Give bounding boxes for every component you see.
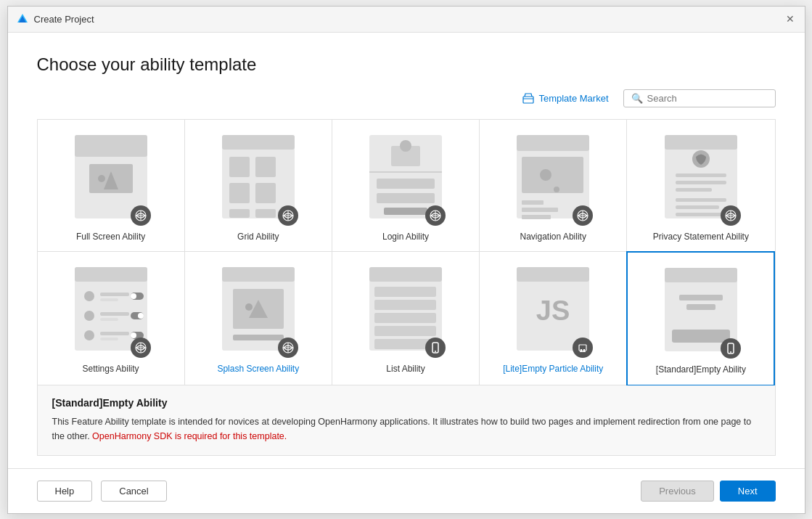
template-name-settings: Settings Ability bbox=[83, 364, 139, 375]
help-button[interactable]: Help bbox=[37, 481, 93, 502]
template-thumb-lite-empty-particle: JS bbox=[513, 263, 593, 358]
svg-point-34 bbox=[540, 169, 551, 181]
template-name-splash: Splash Screen Ability bbox=[217, 364, 299, 375]
template-market-label: Template Market bbox=[538, 93, 608, 104]
svg-rect-0 bbox=[523, 97, 533, 103]
template-thumb-splash bbox=[218, 263, 298, 358]
template-thumb-settings bbox=[71, 263, 151, 358]
footer-right-buttons: Previous Next bbox=[641, 481, 775, 502]
svg-point-56 bbox=[84, 291, 94, 301]
template-badge-navigation bbox=[573, 205, 593, 226]
svg-point-61 bbox=[84, 311, 94, 321]
svg-rect-68 bbox=[100, 338, 118, 340]
titlebar-left: Create Project bbox=[17, 13, 94, 25]
svg-rect-17 bbox=[255, 209, 276, 218]
svg-rect-101 bbox=[679, 295, 723, 301]
main-window: Create Project ✕ Choose your ability tem… bbox=[7, 6, 805, 514]
template-thumb-full-screen bbox=[71, 131, 151, 226]
page-title: Choose your ability template bbox=[37, 54, 776, 75]
template-thumb-navigation bbox=[513, 131, 593, 226]
svg-point-65 bbox=[138, 313, 144, 319]
template-market-button[interactable]: Template Market bbox=[522, 92, 608, 104]
template-name-full-screen: Full Screen Ability bbox=[76, 232, 145, 243]
desc-text-red: OpenHarmony SDK is required for this tem… bbox=[92, 431, 287, 441]
svg-rect-95 bbox=[579, 345, 586, 351]
template-name-navigation: Navigation Ability bbox=[520, 232, 586, 243]
svg-point-105 bbox=[730, 351, 731, 353]
next-button[interactable]: Next bbox=[720, 481, 776, 502]
svg-point-23 bbox=[400, 140, 411, 152]
template-badge-standard-empty bbox=[721, 338, 741, 359]
template-name-login: Login Ability bbox=[382, 232, 429, 243]
svg-rect-43 bbox=[665, 135, 737, 150]
footer: Help Cancel Previous Next bbox=[8, 468, 805, 513]
svg-rect-16 bbox=[229, 209, 250, 218]
description-text: This Feature Ability template is intende… bbox=[52, 414, 760, 444]
template-market-icon bbox=[522, 92, 534, 104]
svg-rect-63 bbox=[100, 318, 118, 321]
svg-rect-67 bbox=[100, 332, 129, 335]
search-box: 🔍 bbox=[623, 89, 776, 107]
svg-point-35 bbox=[554, 187, 559, 192]
svg-rect-12 bbox=[229, 157, 250, 177]
svg-rect-55 bbox=[75, 267, 147, 282]
template-thumb-login bbox=[366, 131, 446, 226]
template-name-standard-empty: [Standard]Empty Ability bbox=[656, 364, 746, 376]
template-card-settings[interactable]: Settings Ability bbox=[38, 252, 185, 385]
content-area: Choose your ability template Template Ma… bbox=[8, 33, 805, 468]
svg-rect-33 bbox=[522, 157, 583, 193]
svg-rect-37 bbox=[522, 208, 558, 212]
svg-rect-98 bbox=[580, 351, 586, 352]
template-badge-grid bbox=[278, 205, 298, 226]
template-card-lite-empty-particle[interactable]: JS [Lite]Empty Particle Ability bbox=[480, 252, 627, 385]
search-icon: 🔍 bbox=[631, 93, 643, 104]
template-thumb-standard-empty bbox=[661, 264, 741, 359]
svg-rect-3 bbox=[75, 135, 147, 157]
template-card-privacy[interactable]: Privacy Statement Ability bbox=[627, 120, 774, 253]
svg-rect-25 bbox=[377, 179, 435, 189]
svg-rect-26 bbox=[377, 193, 435, 203]
template-badge-full-screen bbox=[131, 205, 151, 226]
svg-rect-58 bbox=[100, 298, 118, 301]
template-card-full-screen[interactable]: Full Screen Ability bbox=[38, 120, 185, 253]
template-card-standard-empty[interactable]: [Standard]Empty Ability bbox=[626, 251, 775, 386]
svg-rect-13 bbox=[255, 157, 276, 177]
template-card-navigation[interactable]: Navigation Ability bbox=[480, 120, 627, 253]
svg-rect-14 bbox=[229, 183, 250, 203]
template-card-splash[interactable]: Splash Screen Ability bbox=[185, 252, 332, 385]
template-name-privacy: Privacy Statement Ability bbox=[653, 232, 749, 243]
svg-rect-62 bbox=[100, 312, 129, 316]
svg-point-78 bbox=[245, 303, 253, 311]
search-input[interactable] bbox=[647, 93, 768, 104]
svg-point-70 bbox=[131, 332, 136, 338]
template-badge-settings bbox=[131, 338, 151, 358]
titlebar: Create Project ✕ bbox=[8, 7, 805, 33]
svg-rect-57 bbox=[100, 293, 129, 296]
templates-grid: Full Screen Ability Grid Ability bbox=[37, 119, 776, 385]
template-name-lite-empty-particle: [Lite]Empty Particle Ability bbox=[503, 364, 603, 375]
svg-rect-24 bbox=[369, 171, 442, 173]
template-card-list[interactable]: List Ability bbox=[332, 252, 480, 385]
svg-rect-85 bbox=[374, 287, 436, 297]
svg-rect-88 bbox=[374, 326, 436, 336]
svg-rect-32 bbox=[517, 135, 589, 151]
svg-rect-100 bbox=[665, 268, 737, 282]
svg-point-60 bbox=[131, 293, 136, 299]
cancel-button[interactable]: Cancel bbox=[101, 481, 166, 502]
close-button[interactable]: ✕ bbox=[784, 13, 796, 25]
description-title: [Standard]Empty Ability bbox=[52, 397, 760, 409]
previous-button[interactable]: Previous bbox=[641, 481, 714, 502]
footer-left-buttons: Help Cancel bbox=[37, 481, 167, 502]
template-name-list: List Ability bbox=[386, 364, 425, 375]
svg-rect-79 bbox=[233, 335, 284, 340]
svg-point-91 bbox=[435, 351, 436, 352]
template-card-login[interactable]: Login Ability bbox=[332, 120, 480, 253]
svg-rect-48 bbox=[676, 198, 726, 202]
template-card-grid[interactable]: Grid Ability bbox=[185, 120, 332, 253]
svg-rect-86 bbox=[374, 300, 436, 310]
description-section: [Standard]Empty Ability This Feature Abi… bbox=[37, 385, 776, 456]
svg-rect-103 bbox=[672, 330, 730, 343]
svg-rect-11 bbox=[222, 135, 295, 150]
template-thumb-list bbox=[366, 263, 446, 358]
svg-rect-36 bbox=[522, 200, 544, 205]
